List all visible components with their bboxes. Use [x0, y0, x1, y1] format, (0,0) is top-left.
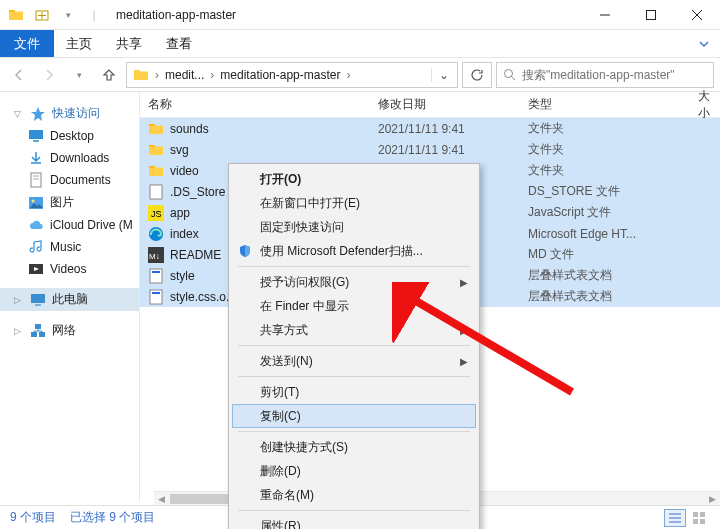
svg-rect-10: [29, 130, 43, 139]
menu-copy[interactable]: 复制(C): [232, 404, 476, 428]
sidebar-network[interactable]: ▷ 网络: [0, 319, 139, 342]
md-icon: M↓: [148, 247, 164, 263]
file-row[interactable]: sounds2021/11/11 9:41文件夹: [140, 118, 720, 139]
sidebar-quick-access[interactable]: ▽ 快速访问: [0, 102, 139, 125]
breadcrumb-seg-2[interactable]: meditation-app-master: [216, 63, 344, 87]
up-button[interactable]: [96, 62, 122, 88]
file-type: 层叠样式表文档: [520, 288, 690, 305]
ribbon-tabs: 文件 主页 共享 查看: [0, 30, 720, 58]
svg-rect-33: [152, 292, 160, 294]
svg-point-7: [505, 70, 513, 78]
back-button[interactable]: [6, 62, 32, 88]
search-input[interactable]: [522, 68, 707, 82]
folder-icon: [6, 5, 26, 25]
view-icons-button[interactable]: [688, 509, 710, 527]
sidebar-item-desktop[interactable]: Desktop: [0, 125, 139, 147]
chevron-right-icon[interactable]: ›: [153, 68, 161, 82]
col-date[interactable]: 修改日期: [370, 96, 520, 113]
svg-rect-38: [700, 512, 705, 517]
status-selected-count: 已选择 9 个项目: [70, 509, 155, 526]
menu-create-shortcut[interactable]: 创建快捷方式(S): [232, 435, 476, 459]
qat-dropdown-icon[interactable]: ▾: [58, 5, 78, 25]
chevron-right-icon[interactable]: ›: [344, 68, 352, 82]
file-row[interactable]: svg2021/11/11 9:41文件夹: [140, 139, 720, 160]
menu-pin-quick-access[interactable]: 固定到快速访问: [232, 215, 476, 239]
scroll-right-icon[interactable]: ▶: [709, 494, 716, 504]
scroll-left-icon[interactable]: ◀: [158, 494, 165, 504]
music-icon: [28, 239, 44, 255]
pictures-icon: [28, 195, 44, 211]
file-date: 2021/11/11 9:41: [370, 143, 520, 157]
col-name[interactable]: 名称: [140, 96, 370, 113]
file-type: DS_STORE 文件: [520, 183, 690, 200]
menu-separator: [238, 510, 470, 511]
menu-cut[interactable]: 剪切(T): [232, 380, 476, 404]
menu-share-with[interactable]: 共享方式▶: [232, 318, 476, 342]
breadcrumb-dropdown-icon[interactable]: ⌄: [431, 68, 455, 82]
qat-new-folder-icon[interactable]: [32, 5, 52, 25]
menu-open[interactable]: 打开(O): [232, 167, 476, 191]
sidebar-item-music[interactable]: Music: [0, 236, 139, 258]
menu-show-in-finder[interactable]: 在 Finder 中显示: [232, 294, 476, 318]
breadcrumb[interactable]: › medit... › meditation-app-master › ⌄: [126, 62, 458, 88]
chevron-right-icon[interactable]: ›: [208, 68, 216, 82]
maximize-button[interactable]: [628, 0, 674, 30]
col-type[interactable]: 类型: [520, 96, 690, 113]
menu-defender-scan[interactable]: 使用 Microsoft Defender扫描...: [232, 239, 476, 263]
file-name: style: [170, 269, 195, 283]
search-box[interactable]: [496, 62, 714, 88]
documents-icon: [28, 172, 44, 188]
ribbon-share-tab[interactable]: 共享: [104, 30, 154, 57]
breadcrumb-seg-1[interactable]: medit...: [161, 63, 208, 87]
edge-icon: [148, 226, 164, 242]
file-type: MD 文件: [520, 246, 690, 263]
menu-properties[interactable]: 属性(R): [232, 514, 476, 529]
folder-icon: [148, 163, 164, 179]
menu-open-new-window[interactable]: 在新窗口中打开(E): [232, 191, 476, 215]
sidebar-item-pictures[interactable]: 图片: [0, 191, 139, 214]
recent-dropdown[interactable]: ▾: [66, 62, 92, 88]
svg-text:JS: JS: [151, 209, 162, 219]
navigation-pane: ▽ 快速访问 Desktop Downloads Documents 图片: [0, 92, 140, 502]
ribbon-file-tab[interactable]: 文件: [0, 30, 54, 57]
svg-line-8: [512, 77, 516, 81]
minimize-button[interactable]: [582, 0, 628, 30]
menu-separator: [238, 431, 470, 432]
ribbon-expand-icon[interactable]: [688, 30, 720, 57]
menu-grant-access[interactable]: 授予访问权限(G)▶: [232, 270, 476, 294]
ribbon-view-tab[interactable]: 查看: [154, 30, 204, 57]
menu-rename[interactable]: 重命名(M): [232, 483, 476, 507]
sidebar-item-videos[interactable]: Videos: [0, 258, 139, 280]
menu-send-to[interactable]: 发送到(N)▶: [232, 349, 476, 373]
svg-point-16: [32, 199, 35, 202]
network-icon: [30, 323, 46, 339]
context-menu: 打开(O) 在新窗口中打开(E) 固定到快速访问 使用 Microsoft De…: [228, 163, 480, 529]
column-headers: 名称 修改日期 类型 大小: [140, 92, 720, 118]
caret-icon: ▽: [14, 109, 24, 119]
sidebar-this-pc[interactable]: ▷ 此电脑: [0, 288, 139, 311]
refresh-button[interactable]: [462, 62, 492, 88]
js-icon: JS: [148, 205, 164, 221]
sidebar-item-downloads[interactable]: Downloads: [0, 147, 139, 169]
menu-delete[interactable]: 删除(D): [232, 459, 476, 483]
ribbon-home-tab[interactable]: 主页: [54, 30, 104, 57]
file-type: 文件夹: [520, 120, 690, 137]
forward-button[interactable]: [36, 62, 62, 88]
svg-rect-12: [31, 173, 41, 187]
file-date: 2021/11/11 9:41: [370, 122, 520, 136]
divider: |: [84, 5, 104, 25]
videos-icon: [28, 261, 44, 277]
window-title: meditation-app-master: [116, 8, 236, 22]
close-button[interactable]: [674, 0, 720, 30]
file-name: .DS_Store: [170, 185, 225, 199]
view-details-button[interactable]: [664, 509, 686, 527]
svg-rect-20: [35, 304, 41, 306]
sidebar-item-icloud[interactable]: iCloud Drive (M: [0, 214, 139, 236]
sidebar-item-documents[interactable]: Documents: [0, 169, 139, 191]
svg-rect-40: [700, 519, 705, 524]
css-icon: [148, 289, 164, 305]
svg-rect-23: [35, 324, 41, 329]
cloud-icon: [28, 217, 44, 233]
status-item-count: 9 个项目: [10, 509, 56, 526]
col-size[interactable]: 大小: [690, 88, 720, 122]
